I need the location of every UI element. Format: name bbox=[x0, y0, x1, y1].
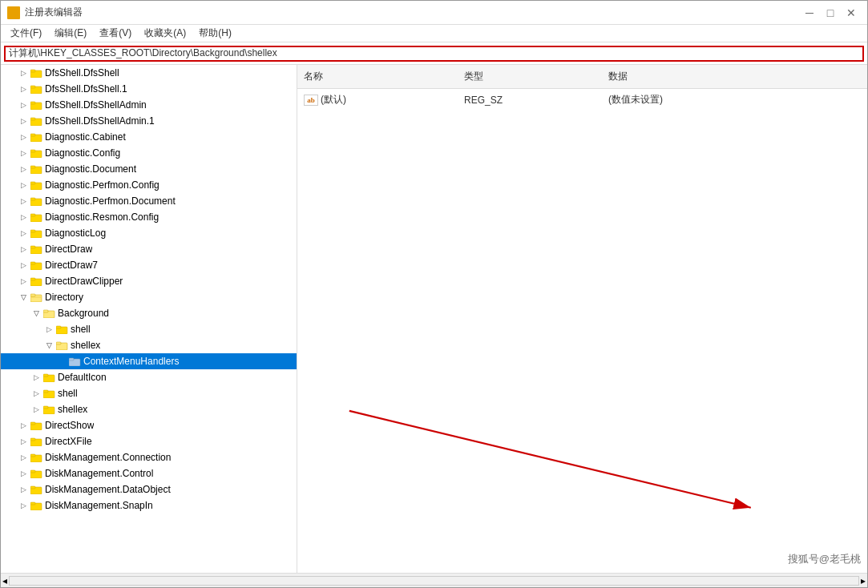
tree-item-disk-snapin[interactable]: ▷ DiskManagement.SnapIn bbox=[1, 497, 297, 513]
expand-icon[interactable]: ▽ bbox=[30, 307, 42, 320]
close-button[interactable]: ✕ bbox=[842, 5, 861, 21]
tree-item-diag-doc[interactable]: ▷ Diagnostic.Document bbox=[1, 161, 297, 177]
watermark: 搜狐号@老毛桃 bbox=[788, 552, 861, 566]
expand-icon[interactable]: ▷ bbox=[17, 227, 30, 240]
address-input[interactable] bbox=[4, 46, 864, 62]
tree-item-directdraw7[interactable]: ▷ DirectDraw7 bbox=[1, 257, 297, 273]
col-data: 数据 bbox=[602, 68, 867, 85]
expand-icon[interactable]: ▷ bbox=[17, 467, 30, 480]
tree-item-diag-perfmon-config[interactable]: ▷ Diagnostic.Perfmon.Config bbox=[1, 177, 297, 193]
folder-icon bbox=[30, 211, 42, 223]
svg-rect-36 bbox=[56, 342, 61, 344]
folder-icon bbox=[30, 115, 42, 127]
value-pane: 名称 类型 数据 ab (默认) REG_SZ (数值未设置) bbox=[297, 65, 867, 573]
expand-icon[interactable]: ▷ bbox=[17, 211, 30, 224]
row-data: (数值未设置) bbox=[602, 91, 867, 108]
scroll-right-btn[interactable]: ▸ bbox=[859, 574, 867, 587]
tree-item-directxfile[interactable]: ▷ DirectXFile bbox=[1, 433, 297, 449]
expand-icon[interactable]: ▷ bbox=[17, 195, 30, 207]
expand-icon[interactable]: ▷ bbox=[17, 275, 30, 288]
folder-icon bbox=[30, 420, 42, 431]
expand-icon[interactable]: ▷ bbox=[17, 147, 30, 159]
expand-icon[interactable]: ▷ bbox=[17, 163, 30, 175]
svg-rect-38 bbox=[69, 358, 74, 360]
expand-icon[interactable]: ▷ bbox=[17, 99, 30, 111]
expand-icon[interactable]: ▷ bbox=[17, 66, 30, 79]
tree-item-diag-perfmon-doc[interactable]: ▷ Diagnostic.Perfmon.Document bbox=[1, 193, 297, 209]
menu-help[interactable]: 帮助(H) bbox=[192, 25, 238, 42]
expand-icon[interactable]: ▷ bbox=[17, 131, 30, 143]
regedit-icon bbox=[7, 6, 20, 19]
folder-open-icon bbox=[30, 292, 42, 303]
expand-icon[interactable]: ▷ bbox=[17, 259, 30, 272]
tree-item-diag-config[interactable]: ▷ Diagnostic.Config bbox=[1, 145, 297, 161]
menu-favorites[interactable]: 收藏夹(A) bbox=[138, 25, 192, 42]
item-label: DfsShell.DfsShell.1 bbox=[45, 83, 127, 95]
item-label: Diagnostic.Perfmon.Document bbox=[45, 195, 176, 207]
title-bar-left: 注册表编辑器 bbox=[7, 6, 83, 19]
scroll-left-btn[interactable]: ◂ bbox=[1, 574, 9, 587]
item-label: DiskManagement.DataObject bbox=[45, 484, 171, 495]
menu-view[interactable]: 查看(V) bbox=[93, 25, 138, 42]
folder-icon bbox=[30, 436, 42, 447]
tree-item-disk-dataobject[interactable]: ▷ DiskManagement.DataObject bbox=[1, 481, 297, 497]
expand-icon[interactable]: ▷ bbox=[42, 323, 55, 336]
menu-file[interactable]: 文件(F) bbox=[4, 25, 48, 42]
svg-rect-54 bbox=[30, 486, 35, 489]
expand-icon[interactable]: ▷ bbox=[17, 451, 30, 464]
tree-item-diaglog[interactable]: ▷ DiagnosticLog bbox=[1, 225, 297, 241]
tree-item-diag-resmon[interactable]: ▷ Diagnostic.Resmon.Config bbox=[1, 209, 297, 225]
folder-icon bbox=[30, 452, 42, 463]
tree-item-disk-control[interactable]: ▷ DiskManagement.Control bbox=[1, 465, 297, 481]
tree-item-defaulticon[interactable]: ▷ DefaultIcon bbox=[1, 369, 297, 385]
horizontal-scrollbar[interactable] bbox=[9, 576, 859, 586]
tree-item-dfsshell[interactable]: ▷ DfsShell.DfsShell bbox=[1, 65, 297, 81]
svg-line-58 bbox=[349, 411, 751, 508]
expand-icon[interactable]: ▽ bbox=[42, 339, 55, 352]
tree-item-dfsshell-admin[interactable]: ▷ DfsShell.DfsShellAdmin bbox=[1, 97, 297, 113]
svg-rect-1 bbox=[30, 70, 35, 72]
expand-icon[interactable]: ▷ bbox=[17, 115, 30, 127]
tree-item-directshow[interactable]: ▷ DirectShow bbox=[1, 417, 297, 433]
expand-icon[interactable]: ▽ bbox=[17, 291, 30, 304]
item-label: DfsShell.DfsShellAdmin.1 bbox=[45, 115, 155, 127]
tree-item-shellex[interactable]: ▽ shellex bbox=[1, 337, 297, 353]
tree-item-directdrawclipper[interactable]: ▷ DirectDrawClipper bbox=[1, 273, 297, 289]
maximize-button[interactable]: □ bbox=[821, 5, 840, 21]
tree-item-dfsshell1[interactable]: ▷ DfsShell.DfsShell.1 bbox=[1, 81, 297, 97]
title-bar: 注册表编辑器 ─ □ ✕ bbox=[1, 1, 867, 25]
menu-bar: 文件(F) 编辑(E) 查看(V) 收藏夹(A) 帮助(H) bbox=[1, 25, 867, 42]
expand-icon[interactable]: ▷ bbox=[17, 243, 30, 256]
tree-item-diag-cabinet[interactable]: ▷ Diagnostic.Cabinet bbox=[1, 129, 297, 145]
registry-row[interactable]: ab (默认) REG_SZ (数值未设置) bbox=[297, 89, 867, 111]
menu-edit[interactable]: 编辑(E) bbox=[48, 25, 93, 42]
expand-icon[interactable]: ▷ bbox=[17, 179, 30, 191]
item-label: DiagnosticLog bbox=[45, 228, 106, 239]
tree-item-directory[interactable]: ▽ Directory bbox=[1, 289, 297, 305]
tree-item-shellex2[interactable]: ▷ shellex bbox=[1, 401, 297, 417]
tree-item-contextmenuhandlers[interactable]: ContextMenuHandlers bbox=[1, 353, 297, 369]
item-label: DfsShell.DfsShell bbox=[45, 67, 119, 79]
expand-icon[interactable]: ▷ bbox=[30, 371, 42, 384]
expand-icon[interactable]: ▷ bbox=[17, 435, 30, 448]
expand-icon[interactable]: ▷ bbox=[17, 499, 30, 512]
svg-rect-34 bbox=[56, 326, 61, 328]
svg-rect-17 bbox=[30, 198, 35, 200]
minimize-button[interactable]: ─ bbox=[800, 5, 819, 21]
expand-icon[interactable]: ▷ bbox=[30, 387, 42, 400]
folder-icon bbox=[30, 195, 42, 207]
item-label: shellex bbox=[71, 340, 100, 351]
tree-item-dfsshell-admin1[interactable]: ▷ DfsShell.DfsShellAdmin.1 bbox=[1, 113, 297, 129]
expand-icon[interactable]: ▷ bbox=[17, 419, 30, 432]
tree-item-background[interactable]: ▽ Background bbox=[1, 305, 297, 321]
folder-icon bbox=[30, 484, 42, 495]
expand-icon[interactable]: ▷ bbox=[17, 483, 30, 496]
svg-rect-23 bbox=[30, 246, 35, 248]
expand-icon[interactable]: ▷ bbox=[30, 403, 42, 416]
tree-item-directdraw[interactable]: ▷ DirectDraw bbox=[1, 241, 297, 257]
tree-item-disk-connection[interactable]: ▷ DiskManagement.Connection bbox=[1, 449, 297, 465]
item-label: Diagnostic.Resmon.Config bbox=[45, 211, 159, 223]
expand-icon[interactable]: ▷ bbox=[17, 83, 30, 95]
tree-item-shell2[interactable]: ▷ shell bbox=[1, 385, 297, 401]
tree-item-shell[interactable]: ▷ shell bbox=[1, 321, 297, 337]
